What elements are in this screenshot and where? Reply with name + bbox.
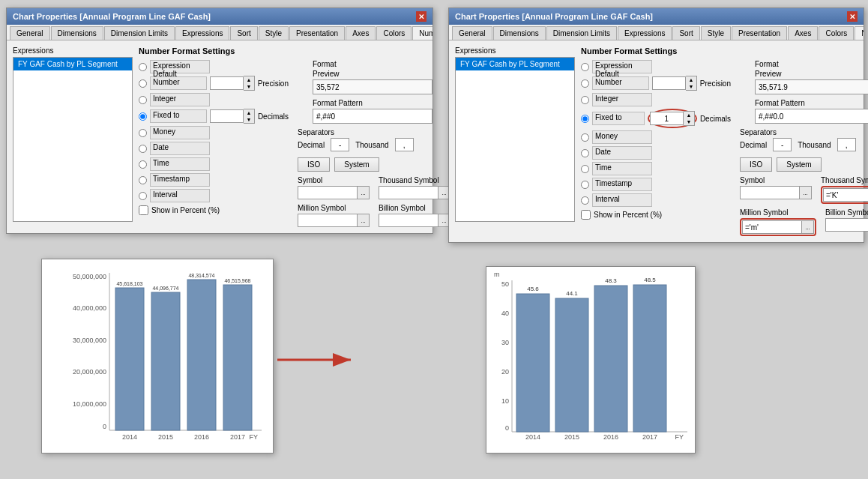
radio-integer-input-1[interactable] [139,96,147,104]
precision-label-2: Precision [700,79,731,88]
tab-colors-2[interactable]: Colors [819,26,854,40]
billion-symbol-group-1: Billion Symbol ... [379,204,450,227]
million-symbol-input-row-1: ... [298,214,370,227]
decimals-spin-input-1[interactable] [210,109,244,123]
tab-sort-1[interactable]: Sort [230,26,257,40]
tab-style-2[interactable]: Style [701,26,731,40]
tab-expressions-2[interactable]: Expressions [618,26,672,40]
window2-close[interactable]: ✕ [847,11,858,22]
expressions-label-1: Expressions [13,46,133,55]
tab-presentation-1[interactable]: Presentation [289,26,345,40]
radio-timestamp-input-1[interactable] [139,176,147,184]
radio-time-input-2[interactable] [581,165,589,173]
tab-general-2[interactable]: General [452,26,492,40]
expression-item-2[interactable]: FY GAF Cash by PL Segment [456,58,574,70]
system-button-1[interactable]: System [334,157,379,172]
symbol-btn-2[interactable]: ... [800,186,812,199]
precision-spin-up-2[interactable]: ▲ [686,76,696,83]
decimals-spin-down-1[interactable]: ▼ [244,116,254,123]
svg-text:10,000,000: 10,000,000 [73,400,106,408]
decimals-spin-down-2[interactable]: ▼ [684,118,694,125]
iso-button-2[interactable]: ISO [740,157,772,172]
tab-dimensions-2[interactable]: Dimensions [493,26,546,40]
chart-window-2: m 50 40 30 20 10 0 45.6 44.1 48.3 [486,266,696,454]
radio-number-input-2[interactable] [581,79,589,88]
decimals-spin-up-2[interactable]: ▲ [684,112,694,118]
radio-date-1: Date [139,142,289,155]
tab-colors-1[interactable]: Colors [376,26,412,40]
radio-expression-default-input-1[interactable] [139,63,147,71]
show-percent-checkbox-2[interactable] [581,210,591,220]
radio-expression-default-1: Expression Default [139,60,289,73]
window2-tabs: General Dimensions Dimension Limits Expr… [449,25,864,40]
radio-money-input-2[interactable] [581,133,589,142]
million-symbol-group-1: Million Symbol ... [298,204,370,227]
tab-number-1[interactable]: Number [412,26,433,40]
tab-expressions-1[interactable]: Expressions [175,26,229,40]
precision-spin-input-2[interactable] [652,76,686,90]
format-pattern-input-2[interactable] [755,109,868,124]
precision-spin-up-1[interactable]: ▲ [244,76,254,83]
tab-dimlimits-1[interactable]: Dimension Limits [104,26,175,40]
radio-date-input-1[interactable] [139,145,147,153]
tab-presentation-2[interactable]: Presentation [732,26,787,40]
tab-sort-2[interactable]: Sort [672,26,699,40]
format-pattern-input-1[interactable] [313,109,433,124]
symbol-row-top-2: Symbol ... Thousand Symbol .. [740,176,868,204]
bar-2015-2 [555,298,588,432]
radio-number-input-1[interactable] [139,79,147,88]
billion-symbol-input-1[interactable] [379,214,438,227]
decimal-input-2[interactable] [773,138,792,151]
precision-spin-down-2[interactable]: ▼ [686,83,696,90]
symbol-input-2[interactable] [740,186,800,199]
chart2-unit-label: m [494,271,500,278]
tab-axes-1[interactable]: Axes [346,26,376,40]
radio-timestamp-input-2[interactable] [581,181,589,189]
symbol-input-1[interactable] [298,186,358,199]
billion-symbol-input-2[interactable] [825,218,868,232]
thousand-input-1[interactable] [395,138,414,151]
settings-panel-2: Number Format Settings Expression Defaul… [581,46,868,236]
expression-item-1[interactable]: FY GAF Cash by PL Segment [13,58,132,70]
radio-fixed-input-2[interactable] [581,115,589,123]
show-percent-checkbox-1[interactable] [139,205,148,215]
tab-general-1[interactable]: General [10,26,50,40]
decimals-spinbox-2: ▲ ▼ [648,109,697,128]
button-row-1: ISO System [298,157,450,172]
million-symbol-btn-1[interactable]: ... [358,214,370,227]
symbol-label-2: Symbol [740,176,812,184]
precision-spin-input-1[interactable] [210,76,244,90]
million-symbol-input-1[interactable] [298,214,358,227]
decimals-spin-up-1[interactable]: ▲ [244,109,254,116]
tab-dimlimits-2[interactable]: Dimension Limits [546,26,617,40]
million-symbol-input-2[interactable] [742,220,802,234]
symbol-group-2: Symbol ... [740,176,812,204]
bar-2014-2 [516,294,549,432]
thousand-label-1: Thousand [355,141,388,149]
preview-input-2 [755,79,868,94]
system-button-2[interactable]: System [777,157,821,172]
radio-interval-input-1[interactable] [139,192,147,200]
thousand-input-2[interactable] [837,138,856,151]
radio-expression-default-input-2[interactable] [581,63,589,71]
precision-spin-down-1[interactable]: ▼ [244,83,254,90]
radio-interval-input-2[interactable] [581,196,589,205]
tab-axes-2[interactable]: Axes [788,26,818,40]
window1-close[interactable]: ✕ [416,11,427,22]
radio-integer-input-2[interactable] [581,96,589,104]
million-symbol-btn-2[interactable]: ... [802,220,814,234]
tab-style-1[interactable]: Style [259,26,289,40]
symbol-btn-1[interactable]: ... [358,186,370,199]
radio-date-input-2[interactable] [581,149,589,157]
thousand-symbol-input-1[interactable] [379,186,438,199]
tab-number-2[interactable]: Number [855,26,864,40]
radio-fixed-input-1[interactable] [139,112,147,121]
iso-button-1[interactable]: ISO [298,157,330,172]
tab-dimensions-1[interactable]: Dimensions [51,26,103,40]
decimals-spin-input-2[interactable] [650,112,684,125]
radio-money-input-1[interactable] [139,129,147,137]
thousand-symbol-input-2[interactable] [823,188,868,202]
bar-2017-2 [633,285,666,432]
decimal-input-1[interactable] [331,138,349,151]
radio-time-input-1[interactable] [139,160,147,169]
